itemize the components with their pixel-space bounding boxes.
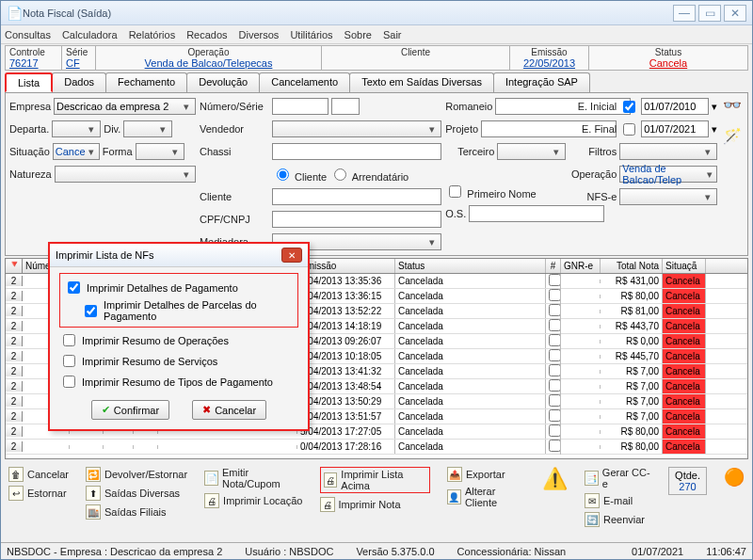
col-gnre[interactable]: GNR-e <box>561 259 601 273</box>
lbl-qtde: Qtde. <box>675 470 700 481</box>
header-fields: Controle76217 SérieCF OperaçãoVenda de B… <box>5 45 748 71</box>
combo-situacao[interactable]: Cance▾ <box>53 143 100 160</box>
menu-diversos[interactable]: Diversos <box>239 29 280 40</box>
btn-reenviar[interactable]: 🔄Reenviar <box>585 512 651 527</box>
binoculars-icon[interactable]: 👓 <box>723 96 742 114</box>
check-icon: ✔ <box>102 404 110 416</box>
combo-natureza[interactable]: ▾ <box>55 166 196 183</box>
menu-consultas[interactable]: Consultas <box>5 29 51 40</box>
btn-alterar[interactable]: 👤Alterar Cliente <box>447 486 525 508</box>
table-row[interactable]: 20/04/2013 17:28:16CanceladaR$ 80,00Canc… <box>6 440 747 455</box>
chk-detalhes-pag[interactable]: Imprimir Detalhes de Pagamento <box>64 279 294 296</box>
combo-operacao[interactable]: Venda de Balcao/Telep▾ <box>619 166 717 183</box>
swap-icon: 🔁 <box>86 467 101 482</box>
lbl-chassi: Chassi <box>200 146 269 157</box>
combo-filtros[interactable]: ▾ <box>619 143 717 160</box>
chk-resumo-tipos[interactable]: Imprimir Resumo de Tipos de Pagamento <box>59 373 298 391</box>
col-hash[interactable]: # <box>546 259 561 273</box>
link-os[interactable]: O.S. <box>445 208 466 219</box>
warning-icon[interactable]: ⚠️ <box>542 467 568 491</box>
input-serie[interactable] <box>331 98 360 115</box>
radio-arrend[interactable]: Arrendatário <box>329 166 409 183</box>
btn-email[interactable]: ✉E-mail <box>585 493 651 508</box>
combo-forma[interactable]: ▾ <box>136 143 184 160</box>
app-window: 📄 Nota Fiscal (Saída) — ▭ ✕ Consultas Ca… <box>0 0 753 560</box>
minimize-button[interactable]: — <box>673 5 696 22</box>
btn-locacao[interactable]: 🖨Imprimir Locação <box>204 493 302 508</box>
input-numero[interactable] <box>272 98 328 115</box>
chk-resumo-op[interactable]: Imprimir Resumo de Operações <box>59 331 298 349</box>
btn-saidas-filiais[interactable]: 🏬Saídas Filiais <box>86 504 187 520</box>
dialog-close-button[interactable]: ✕ <box>281 248 302 263</box>
lbl-terceiro: Terceiro <box>445 146 494 157</box>
menu-sobre[interactable]: Sobre <box>344 29 372 40</box>
tab-lista[interactable]: Lista <box>5 72 53 92</box>
doc-sparkle-icon: 📄 <box>204 471 218 486</box>
menu-utilitarios[interactable]: Utilitários <box>290 29 332 40</box>
lbl-einicial: E. Inicial <box>569 101 617 112</box>
btn-lista-acima[interactable]: 🖨Imprimir Lista Acima <box>320 467 431 493</box>
input-cpf[interactable] <box>272 211 441 228</box>
combo-vendedor[interactable]: ▾ <box>272 120 441 137</box>
maximize-button[interactable]: ▭ <box>698 5 721 22</box>
radio-cliente[interactable]: Cliente <box>272 166 327 183</box>
chk-resumo-serv[interactable]: Imprimir Resumo de Serviços <box>59 352 298 370</box>
btn-emitir[interactable]: 📄Emitir Nota/Cupom <box>204 467 302 489</box>
tab-fechamento[interactable]: Fechamento <box>105 72 187 92</box>
status-hora: 11:06:47 <box>706 546 746 557</box>
tab-devolucao[interactable]: Devolução <box>186 72 260 92</box>
combo-departa[interactable]: ▾ <box>52 120 101 137</box>
btn-devolver[interactable]: 🔁Devolver/Estornar <box>86 467 187 482</box>
lbl-forma: Forma <box>103 146 133 157</box>
btn-saidas[interactable]: ⬆Saídas Diversas <box>86 486 187 501</box>
note-orange-icon[interactable]: 🟠 <box>724 467 745 488</box>
tab-cancelamento[interactable]: Cancelamento <box>259 72 350 92</box>
col-emissao[interactable]: Emissão <box>297 259 395 273</box>
col-total[interactable]: Total Nota <box>601 259 663 273</box>
filter-icon[interactable]: 🔻 <box>6 259 23 273</box>
menu-relatorios[interactable]: Relatórios <box>129 29 176 40</box>
tab-dados[interactable]: Dados <box>52 72 106 92</box>
hdr-sta-lbl: Status <box>655 47 681 57</box>
hdr-serie[interactable]: CF <box>66 57 91 69</box>
hdr-sta[interactable]: Cancela <box>649 57 687 69</box>
close-button[interactable]: ✕ <box>724 5 746 22</box>
btn-exportar[interactable]: 📤Exportar <box>447 467 525 482</box>
btn-estornar[interactable]: ↩Estornar <box>8 486 69 501</box>
link-cliente[interactable]: Cliente <box>200 191 269 202</box>
input-einicial[interactable] <box>641 98 709 115</box>
hdr-op-lbl: Operação <box>188 47 230 57</box>
menu-sair[interactable]: Sair <box>383 29 402 40</box>
tab-sap[interactable]: Integração SAP <box>493 72 590 92</box>
hdr-op[interactable]: Venda de Balcao/Telepecas <box>145 57 273 69</box>
hdr-controle[interactable]: 76217 <box>9 57 57 69</box>
input-efinal[interactable] <box>641 120 709 137</box>
filter-panel: EmpresaDescricao da empresa 2▾ Departa.▾… <box>5 92 748 256</box>
hdr-emi[interactable]: 22/05/2013 <box>523 57 575 69</box>
input-cliente[interactable] <box>272 188 441 205</box>
btn-imprimir-nota[interactable]: 🖨Imprimir Nota <box>320 497 431 512</box>
combo-empresa[interactable]: Descricao da empresa 2▾ <box>54 98 196 115</box>
wand-icon[interactable]: 🪄 <box>723 127 742 145</box>
qtde-value[interactable]: 270 <box>675 481 700 492</box>
status-data: 01/07/2021 <box>632 546 683 557</box>
input-chassi[interactable] <box>272 143 441 160</box>
lbl-projeto: Projeto <box>445 123 478 135</box>
btn-gerar-cce[interactable]: 📑Gerar CC-e <box>585 467 651 489</box>
chk-parcelas[interactable]: Imprimir Detalhes de Parcelas do Pagamen… <box>81 299 294 322</box>
lbl-efinal: E. Final <box>569 123 617 135</box>
menu-recados[interactable]: Recados <box>186 29 227 40</box>
chk-efinal[interactable] <box>623 123 635 136</box>
combo-div[interactable]: ▾ <box>123 120 172 137</box>
combo-nfse[interactable]: ▾ <box>619 188 717 205</box>
col-status[interactable]: Status <box>395 259 546 273</box>
tab-texto[interactable]: Texto em Saídas Diversas <box>349 72 494 92</box>
dialog-cancel-button[interactable]: ✖Cancelar <box>192 400 266 420</box>
btn-cancelar[interactable]: 🗑Cancelar <box>8 467 69 482</box>
dialog-confirm-button[interactable]: ✔Confirmar <box>91 400 169 420</box>
col-situacao[interactable]: Situaçã <box>663 259 706 273</box>
menu-calculadora[interactable]: Calculadora <box>62 29 118 40</box>
combo-terceiro[interactable]: ▾ <box>497 143 566 160</box>
chk-einicial[interactable] <box>623 101 635 113</box>
chk-primeiro[interactable]: Primeiro Nome <box>445 183 536 200</box>
